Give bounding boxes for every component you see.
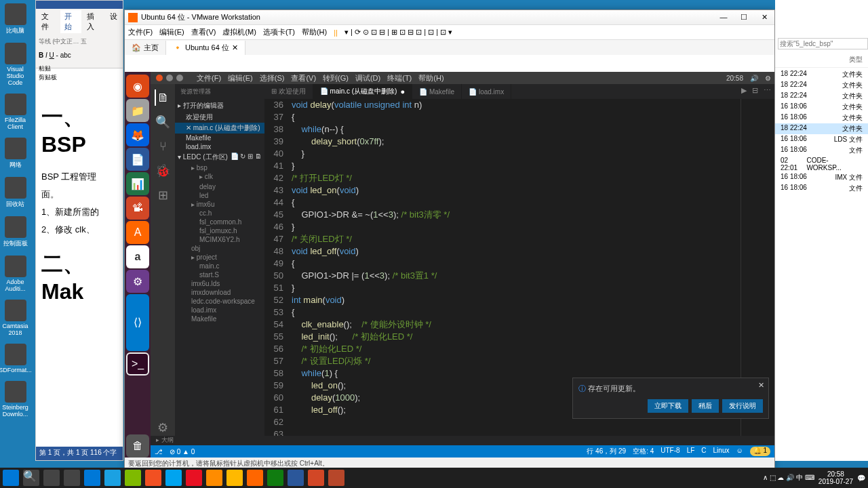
launcher-vscode-icon[interactable]: ⟨⟩ — [126, 294, 149, 351]
launcher-amazon-icon[interactable]: a — [126, 245, 149, 268]
vscode-menu-item[interactable]: 查看(V) — [291, 74, 316, 82]
status-item[interactable]: Linux — [713, 447, 730, 456]
file-row[interactable]: 16 18:06文件夹 — [775, 102, 868, 113]
tree-item[interactable]: led — [175, 191, 264, 200]
tree-item[interactable]: main.c — [175, 262, 264, 270]
open-editor-item[interactable]: ✕ main.c (从磁盘中删除) — [175, 123, 264, 134]
vmware-tab-vm[interactable]: 🔸 Ubuntu 64 位 ✕ — [166, 41, 245, 55]
launcher-firefox-icon[interactable]: 🦊 — [126, 123, 149, 146]
later-button[interactable]: 稍后 — [692, 399, 719, 413]
extensions-icon[interactable]: ⊞ — [155, 187, 171, 203]
run-icon[interactable]: ▶ — [741, 86, 747, 95]
taskbar-app[interactable] — [328, 470, 344, 486]
word-tab[interactable]: 插入 — [83, 10, 104, 33]
desktop-icon[interactable]: Visual Studio Code — [0, 43, 31, 86]
debug-icon[interactable]: 🐞 — [155, 163, 171, 179]
launcher-trash-icon[interactable]: 🗑 — [126, 434, 149, 458]
file-row[interactable]: 18 22:24文件夹 — [775, 69, 868, 80]
download-button[interactable]: 立即下载 — [648, 399, 688, 413]
open-editor-item[interactable]: 欢迎使用 — [175, 112, 264, 123]
taskbar-word[interactable] — [288, 470, 304, 486]
tree-item[interactable]: imxdownload — [175, 288, 264, 297]
minimize-button[interactable]: — — [713, 10, 734, 25]
source-control-icon[interactable]: ⑂ — [155, 138, 171, 155]
status-item[interactable]: ☺ — [736, 447, 743, 456]
tree-item[interactable]: start.S — [175, 270, 264, 279]
start-button[interactable] — [3, 470, 19, 486]
launcher-calc-icon[interactable]: 📊 — [126, 172, 149, 195]
word-tab[interactable]: 设 — [106, 10, 121, 33]
vscode-menu-item[interactable]: 文件(F) — [197, 74, 221, 82]
open-editor-item[interactable]: Makefile — [175, 134, 264, 142]
launcher-impress-icon[interactable]: 📽 — [126, 197, 149, 220]
vscode-menu-item[interactable]: 终端(T) — [387, 74, 412, 82]
file-row[interactable]: 16 18:06文件 — [775, 145, 868, 156]
taskbar-app[interactable] — [165, 470, 182, 486]
vmware-menu-item[interactable]: 虚拟机(M) — [222, 27, 256, 37]
file-row[interactable]: 18 22:24文件夹 — [775, 80, 868, 91]
desktop-icon[interactable]: 网络 — [0, 138, 31, 169]
taskbar-app[interactable] — [145, 470, 161, 486]
vmware-menu-item[interactable]: 查看(V) — [191, 27, 216, 37]
status-item[interactable]: 空格: 4 — [633, 447, 654, 456]
status-item[interactable]: 🔔 1 — [750, 447, 770, 456]
notification-icon[interactable]: 💬 — [857, 474, 865, 482]
search-input[interactable] — [778, 38, 868, 49]
file-row[interactable]: 18 22:24文件夹 — [775, 123, 868, 134]
minimize-icon[interactable] — [166, 75, 173, 81]
launcher-dash-icon[interactable]: ◉ — [126, 75, 149, 98]
taskbar-vmware[interactable] — [247, 470, 263, 486]
file-row[interactable]: 16 18:06LDS 文件 — [775, 134, 868, 145]
tree-item[interactable]: ▸ clk — [175, 172, 264, 181]
desktop-icon[interactable]: 比电脑 — [0, 3, 31, 35]
tree-item[interactable]: load.imx — [175, 306, 264, 314]
release-notes-button[interactable]: 发行说明 — [722, 399, 763, 413]
desktop-icon[interactable]: Steinberg Downlo... — [0, 381, 31, 418]
tree-item[interactable]: ▸ bsp — [175, 163, 264, 172]
search-icon[interactable]: 🔍 — [155, 114, 171, 130]
launcher-settings-icon[interactable]: ⚙ — [126, 270, 149, 293]
launcher-terminal-icon[interactable]: >_ — [126, 352, 149, 375]
editor-tab[interactable]: 📄 Makefile — [412, 84, 462, 99]
open-editors-section[interactable]: ▸ 打开的编辑器 — [175, 100, 264, 112]
vscode-menu-item[interactable]: 选择(S) — [260, 74, 285, 82]
tree-item[interactable]: MCIMX6Y2.h — [175, 235, 264, 244]
file-row[interactable]: 16 18:06文件 — [775, 183, 868, 194]
desktop-icon[interactable]: 回收站 — [0, 177, 31, 209]
status-item[interactable]: 行 46，列 29 — [587, 447, 626, 456]
tree-item[interactable]: delay — [175, 182, 264, 191]
taskbar-app[interactable] — [125, 470, 141, 486]
file-row[interactable]: 02 22:01CODE-WORKSP... — [775, 156, 868, 172]
taskbar-edge[interactable] — [84, 470, 100, 486]
launcher-software-icon[interactable]: A — [126, 221, 149, 244]
tree-item[interactable]: fsl_common.h — [175, 218, 264, 226]
taskbar-app[interactable] — [267, 470, 283, 486]
launcher-files-icon[interactable]: 📁 — [126, 99, 149, 122]
vmware-titlebar[interactable]: Ubuntu 64 位 - VMware Workstation — ☐ ✕ — [125, 10, 774, 25]
editor-tab[interactable]: 📄 main.c (从磁盘中删除) ● — [313, 84, 412, 99]
desktop-icon[interactable]: Camtasia 2018 — [0, 300, 31, 336]
settings-icon[interactable]: ⚙ — [765, 75, 771, 82]
desktop-icon[interactable]: 控制面板 — [0, 216, 31, 248]
task-view-icon[interactable] — [43, 470, 60, 486]
tree-item[interactable]: Makefile — [175, 314, 264, 323]
split-icon[interactable]: ⊟ — [752, 86, 758, 95]
vscode-menu-item[interactable]: 帮助(H) — [418, 74, 443, 82]
column-header[interactable]: 类型 — [849, 55, 863, 64]
vscode-menu-item[interactable]: 编辑(E) — [228, 74, 253, 82]
file-row[interactable]: 16 18:06IMX 文件 — [775, 172, 868, 183]
open-editor-item[interactable]: load.imx — [175, 142, 264, 151]
file-row[interactable]: 18 22:24文件夹 — [775, 91, 868, 102]
taskbar-ppt[interactable] — [308, 470, 324, 486]
explorer-icon[interactable]: 🗎 — [155, 89, 171, 106]
vmware-tab-home[interactable]: 🏠 主页 — [125, 41, 166, 55]
taskbar-app[interactable] — [64, 470, 80, 486]
tree-item[interactable]: obj — [175, 244, 264, 253]
vmware-menu-item[interactable]: 帮助(H) — [302, 27, 327, 37]
word-tab[interactable]: 开始 — [60, 10, 82, 33]
taskbar-app[interactable] — [104, 470, 121, 486]
editor-tab[interactable]: 📄 load.imx — [462, 84, 511, 99]
tree-item[interactable]: fsl_iomuxc.h — [175, 226, 264, 235]
search-icon[interactable]: 🔍 — [23, 470, 39, 486]
status-item[interactable]: UTF-8 — [660, 447, 679, 456]
